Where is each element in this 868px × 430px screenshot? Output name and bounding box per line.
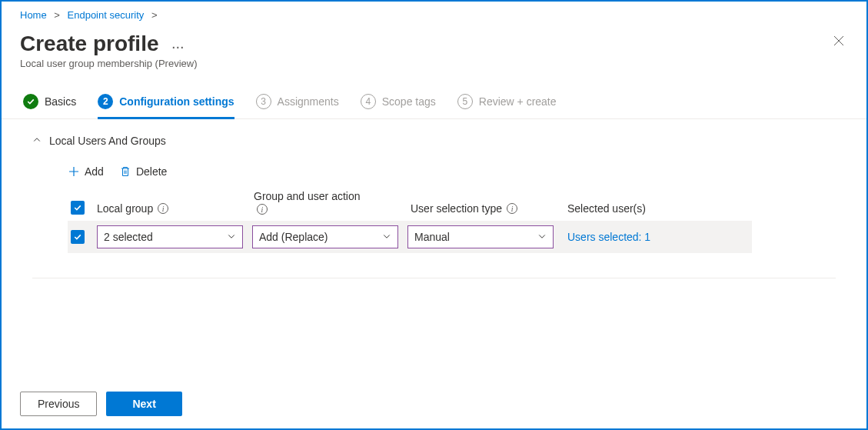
check-circle-icon — [23, 94, 38, 109]
tab-review-create[interactable]: 5 Review + create — [457, 94, 557, 118]
tab-label: Configuration settings — [119, 95, 234, 108]
chevron-right-icon: > — [54, 9, 60, 21]
step-number-icon: 5 — [457, 94, 473, 109]
next-button[interactable]: Next — [106, 392, 181, 416]
previous-button[interactable]: Previous — [20, 392, 97, 416]
trash-icon — [119, 165, 131, 178]
info-icon[interactable]: i — [257, 204, 268, 215]
tab-label: Assignments — [278, 95, 339, 108]
tab-scope-tags[interactable]: 4 Scope tags — [361, 94, 436, 118]
step-number-icon: 3 — [256, 94, 271, 109]
breadcrumb-home[interactable]: Home — [20, 9, 47, 21]
info-icon[interactable]: i — [158, 203, 168, 214]
user-selection-type-dropdown[interactable]: Manual — [407, 225, 554, 248]
step-number-icon: 2 — [98, 94, 113, 109]
group-user-action-dropdown[interactable]: Add (Replace) — [252, 225, 398, 248]
chevron-down-icon — [537, 231, 547, 243]
row-checkbox[interactable] — [71, 230, 85, 244]
breadcrumb: Home > Endpoint security > — [2, 2, 866, 24]
local-group-dropdown[interactable]: 2 selected — [97, 225, 243, 248]
column-header-user-selection: User selection type — [411, 202, 502, 215]
table-row: 2 selected Add (Replace) Manual Users se… — [68, 221, 752, 253]
page-title: Create profile — [20, 32, 159, 56]
breadcrumb-endpoint-security[interactable]: Endpoint security — [68, 9, 145, 21]
page-subtitle: Local user group membership (Preview) — [20, 58, 848, 69]
close-button[interactable] — [833, 32, 845, 52]
step-number-icon: 4 — [361, 94, 376, 109]
add-button[interactable]: Add — [68, 165, 104, 178]
dropdown-value: 2 selected — [104, 231, 153, 243]
tab-configuration-settings[interactable]: 2 Configuration settings — [98, 94, 234, 118]
section-toggle-local-users-groups[interactable]: Local Users And Groups — [32, 135, 836, 147]
chevron-right-icon: > — [151, 9, 158, 21]
tab-assignments[interactable]: 3 Assignments — [256, 94, 339, 118]
delete-button-label: Delete — [136, 165, 167, 178]
delete-button[interactable]: Delete — [119, 165, 167, 178]
selected-users-link[interactable]: Users selected: 1 — [563, 231, 650, 243]
column-header-selected-users: Selected user(s) — [567, 202, 646, 215]
section-title: Local Users And Groups — [49, 135, 166, 147]
tab-label: Basics — [45, 95, 76, 108]
more-options-button[interactable]: ··· — [171, 32, 185, 55]
column-header-group-action: Group and user action — [254, 190, 361, 202]
table-header-row: Local group i Group and user action i Us… — [68, 190, 836, 221]
wizard-tabs: Basics 2 Configuration settings 3 Assign… — [2, 72, 866, 119]
dropdown-value: Manual — [414, 231, 450, 243]
tab-label: Review + create — [479, 95, 557, 108]
tab-basics[interactable]: Basics — [23, 94, 76, 118]
chevron-down-icon — [227, 231, 236, 243]
select-all-checkbox[interactable] — [71, 201, 85, 215]
close-icon — [833, 35, 845, 47]
plus-icon — [68, 165, 80, 178]
column-header-local-group: Local group — [97, 202, 153, 215]
add-button-label: Add — [85, 165, 104, 178]
dropdown-value: Add (Replace) — [259, 231, 328, 243]
chevron-up-icon — [32, 135, 42, 147]
info-icon[interactable]: i — [507, 203, 517, 214]
chevron-down-icon — [382, 231, 391, 243]
tab-label: Scope tags — [382, 95, 436, 108]
